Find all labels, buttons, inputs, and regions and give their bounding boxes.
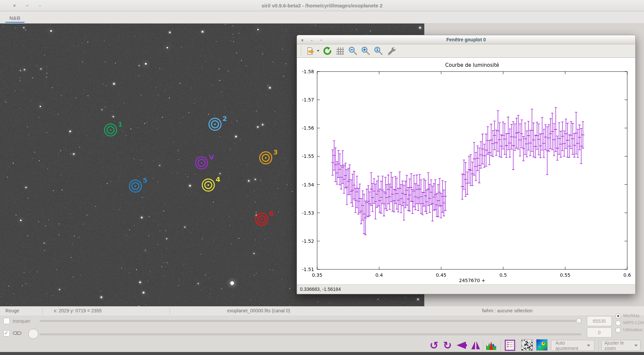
toolbar-separator xyxy=(598,339,599,353)
zoom-out-icon[interactable] xyxy=(348,46,358,56)
toolbar-separator xyxy=(483,340,483,352)
gnuplot-titlebar[interactable]: x - ▫ Fenêtre gnuplot 0 xyxy=(297,35,635,44)
maximize-icon[interactable]: ▫ xyxy=(38,3,42,8)
window-title: siril v0.9.6-beta3 - /home/cyril/Images/… xyxy=(261,3,382,8)
star-marker[interactable]: 4 xyxy=(202,175,220,191)
gnuplot-close-icon[interactable]: x xyxy=(300,38,304,42)
tab-nb-label: N&B xyxy=(9,15,20,21)
gnuplot-maximize-icon[interactable]: ▫ xyxy=(319,38,323,42)
log-list-icon[interactable] xyxy=(503,339,517,352)
tab-active-underline xyxy=(5,22,25,23)
star-marker-label: V xyxy=(209,153,214,161)
grid-icon[interactable] xyxy=(335,46,345,56)
flip-horizontal-icon[interactable] xyxy=(455,339,468,352)
chart-xlabel: 2457670 + xyxy=(459,278,485,283)
statusbar-separator xyxy=(170,308,170,315)
window-bottom-edge xyxy=(0,352,644,355)
histogram-icon[interactable] xyxy=(484,339,498,352)
light-curve-chart: Courbe de luminosité2457670 +0.350.40.45… xyxy=(297,58,635,284)
star-marker[interactable]: 3 xyxy=(260,148,278,164)
export-dropdown-arrow-icon[interactable] xyxy=(317,50,319,52)
auto-adjust-dropdown[interactable]: Auto ajustement xyxy=(551,340,595,351)
star-marker-label: 2 xyxy=(222,115,227,123)
fwhm-label: fwhm : aucune sélection xyxy=(482,308,532,313)
x-tick-label: 0.55 xyxy=(560,272,570,278)
star-marker[interactable]: 6 xyxy=(256,210,274,225)
x-tick-label: 0.35 xyxy=(312,272,322,278)
cursor-coordinates: 0.336683, -1.56184 xyxy=(300,286,341,292)
star-marker-label: 1 xyxy=(118,120,123,128)
star-marker-label: 5 xyxy=(143,176,147,184)
chevron-down-icon xyxy=(634,345,638,347)
radio-minmax[interactable] xyxy=(615,313,621,319)
star-marker[interactable]: 1 xyxy=(104,120,123,136)
tronquer-label: tronquer xyxy=(13,318,30,324)
app-titlebar: × − ▫ siril v0.9.6-beta3 - /home/cyril/I… xyxy=(0,0,644,11)
high-slider-handle[interactable] xyxy=(576,318,582,323)
y-tick-label: -1.55 xyxy=(302,153,314,159)
chain-link-icon xyxy=(13,330,22,336)
star-marker-label: 4 xyxy=(216,175,220,183)
y-tick-label: -1.54 xyxy=(302,182,314,187)
chart-title: Courbe de luminosité xyxy=(445,62,499,68)
star-marker-label: 6 xyxy=(269,210,274,218)
filename-label: exoplanet_00000.fits (canal 0) xyxy=(188,308,329,313)
zoom-in-icon[interactable] xyxy=(360,46,371,56)
statusbar-separator xyxy=(42,308,43,315)
pixel-value-readout: x: 2029 y: 0719 = 2355 xyxy=(54,308,102,313)
low-threshold-slider[interactable] xyxy=(40,334,581,335)
tab-nb[interactable]: N&B xyxy=(3,13,27,23)
chevron-down-icon xyxy=(587,345,590,347)
x-tick-label: 0.4 xyxy=(375,272,383,278)
light-curve-series xyxy=(331,107,585,235)
high-threshold-slider[interactable] xyxy=(40,320,581,322)
x-tick-label: 0.6 xyxy=(624,272,631,278)
zoom-fit-dropdown[interactable]: Ajuster le zoom xyxy=(601,340,641,351)
tab-bar: N&B xyxy=(0,11,644,24)
low-slider-handle[interactable] xyxy=(28,329,38,339)
y-tick-label: -1.52 xyxy=(302,238,314,244)
star-marker[interactable]: 2 xyxy=(209,115,227,130)
channel-indicator: Rouge xyxy=(5,308,19,313)
x-tick-label: 0.5 xyxy=(500,272,507,278)
star-marker[interactable]: V xyxy=(196,153,214,169)
gnuplot-window[interactable]: x - ▫ Fenêtre gnuplot 0 xyxy=(297,35,636,294)
radio-mipslohi[interactable] xyxy=(615,320,621,326)
gnuplot-minimize-icon[interactable]: - xyxy=(310,38,314,42)
y-tick-label: -1.56 xyxy=(302,125,314,131)
star-marker[interactable]: 5 xyxy=(129,176,147,192)
mirror-vertical-icon[interactable] xyxy=(469,339,482,352)
radio-mipslohi-label: MIPS-LO/HI xyxy=(623,320,644,325)
y-tick-label: -1.58 xyxy=(302,69,314,74)
export-plot-icon[interactable] xyxy=(305,46,315,56)
svg-text:1: 1 xyxy=(376,48,378,52)
radio-utilisateur[interactable] xyxy=(615,327,621,333)
radio-utilisateur-label: Utilisateur xyxy=(623,327,643,332)
minimize-icon[interactable]: − xyxy=(25,3,30,8)
star-marker-label: 3 xyxy=(273,148,278,156)
false-color-view-thumbnail[interactable] xyxy=(536,339,548,351)
settings-wrench-icon[interactable] xyxy=(386,46,396,56)
radio-minmax-label: Min/Max xyxy=(623,313,640,318)
undo-icon[interactable]: ↺ xyxy=(427,339,441,352)
status-bar: Rouge x: 2029 y: 0719 = 2355 exoplanet_0… xyxy=(0,306,644,316)
refresh-plot-icon[interactable] xyxy=(322,46,332,56)
y-tick-label: -1.57 xyxy=(302,97,314,102)
plot-canvas[interactable]: Courbe de luminosité2457670 +0.350.40.45… xyxy=(297,58,635,284)
x-tick-label: 0.45 xyxy=(436,272,446,278)
gnuplot-statusbar: 0.336683, -1.56184 xyxy=(297,284,635,294)
link-thresholds-checkbox[interactable]: ✓ xyxy=(3,330,10,337)
close-icon[interactable]: × xyxy=(12,3,17,8)
tronquer-checkbox[interactable] xyxy=(3,318,10,324)
negative-view-thumbnail[interactable] xyxy=(521,339,533,351)
redo-icon[interactable]: ↻ xyxy=(441,339,454,352)
gnuplot-window-title: Fenêtre gnuplot 0 xyxy=(446,37,486,42)
toolbar-separator xyxy=(501,340,501,352)
zoom-original-icon[interactable]: 1 xyxy=(373,46,383,56)
low-value-entry[interactable]: 0 xyxy=(587,327,612,338)
high-value-entry[interactable]: 65535 xyxy=(587,316,612,326)
y-tick-label: -1.53 xyxy=(302,210,314,216)
toolbar-drag-handle[interactable] xyxy=(300,46,302,56)
gnuplot-toolbar: 1 xyxy=(297,44,635,58)
y-tick-label: -1.51 xyxy=(302,267,314,272)
